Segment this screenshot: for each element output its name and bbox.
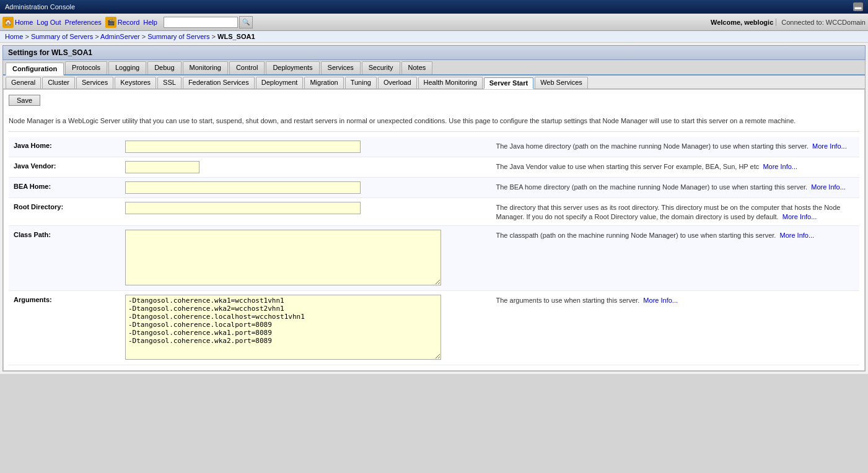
titlebar-left: Administration Console [5,3,75,11]
topnav-right: Welcome, weblogic Connected to: WCCDomai… [711,19,866,26]
java-home-more-link[interactable]: More Info... [812,142,847,150]
breadcrumb-summary-servers-2[interactable]: Summary of Servers [147,33,209,40]
root-directory-more-link[interactable]: More Info... [783,213,817,220]
java-vendor-input-area [125,161,484,173]
arguments-more-link[interactable]: More Info... [643,297,678,304]
root-directory-desc: The directory that this server uses as i… [484,202,855,222]
class-path-row: Class Path: The classpath (path on the m… [9,226,859,291]
class-path-input-area [125,230,484,287]
top-navigation: 🏠 Home Log Out Preferences 🎬 Record Help… [0,14,868,31]
bea-home-input-area [125,181,484,194]
subtab-tuning[interactable]: Tuning [345,77,377,89]
home-link[interactable]: Home [15,19,33,26]
root-directory-row: Root Directory: The directory that this … [9,198,859,227]
close-icon[interactable]: ▬ [853,2,863,11]
search-input[interactable] [164,17,238,28]
arguments-desc: The arguments to use when starting this … [484,295,855,305]
save-button[interactable]: Save [9,95,40,106]
class-path-more-link[interactable]: More Info... [780,232,815,239]
subtab-overload[interactable]: Overload [378,77,417,89]
search-button[interactable]: 🔍 [239,16,253,28]
java-home-desc: The Java home directory (path on the mac… [484,141,855,151]
settings-title: Settings for WLS_SOA1 [8,48,92,57]
arguments-input-area: -Dtangosol.coherence.wka1=wcchost1vhn1 -… [125,295,484,361]
java-vendor-more-link[interactable]: More Info... [763,163,797,170]
topnav-links: 🏠 Home Log Out Preferences 🎬 Record Help… [2,16,253,28]
breadcrumb: Home > Summary of Servers > AdminServer … [0,31,868,43]
subtab-federation-services[interactable]: Federation Services [183,77,255,89]
subtab-general[interactable]: General [6,77,41,89]
subtab-ssl[interactable]: SSL [157,77,182,89]
java-home-input-area [125,141,484,153]
tab-protocols[interactable]: Protocols [65,61,107,74]
titlebar: Administration Console ▬ [0,0,868,14]
save-button-container: Save [9,95,859,111]
tab-notes[interactable]: Notes [401,61,433,74]
java-home-label: Java Home: [14,141,125,149]
java-home-row: Java Home: The Java home directory (path… [9,137,859,157]
help-link[interactable]: Help [143,19,157,26]
subtab-server-start[interactable]: Server Start [484,77,533,89]
tab-monitoring[interactable]: Monitoring [183,61,228,74]
record-link[interactable]: Record [118,19,139,26]
breadcrumb-summary-servers-1[interactable]: Summary of Servers [31,33,93,40]
subtab-health-monitoring[interactable]: Health Monitoring [418,77,483,89]
logout-link[interactable]: Log Out [37,19,61,26]
connected-text: Connected to: WCCDomain [776,19,866,26]
subtab-web-services[interactable]: Web Services [535,77,588,89]
bea-home-label: BEA Home: [14,181,125,190]
tab-logging[interactable]: Logging [108,61,146,74]
search-box: 🔍 [164,16,253,28]
subtab-services[interactable]: Services [76,77,113,89]
primary-tabs: Configuration Protocols Logging Debug Mo… [3,60,865,76]
java-vendor-input[interactable] [125,161,199,173]
tab-debug[interactable]: Debug [147,61,181,74]
secondary-tabs: General Cluster Services Keystores SSL F… [3,76,865,89]
tab-container: Configuration Protocols Logging Debug Mo… [2,60,866,371]
settings-header: Settings for WLS_SOA1 [2,45,866,60]
subtab-keystores[interactable]: Keystores [115,77,156,89]
arguments-row: Arguments: -Dtangosol.coherence.wka1=wcc… [9,291,859,365]
subtab-cluster[interactable]: Cluster [42,77,75,89]
bea-home-desc: The BEA home directory (path on the mach… [484,181,855,192]
tab-deployments[interactable]: Deployments [266,61,319,74]
arguments-textarea[interactable]: -Dtangosol.coherence.wka1=wcchost1vhn1 -… [125,295,441,360]
record-icon: 🎬 [105,17,116,28]
tab-security[interactable]: Security [362,61,400,74]
java-vendor-label: Java Vendor: [14,161,125,170]
breadcrumb-home[interactable]: Home [5,33,23,40]
titlebar-title: Administration Console [5,3,75,11]
arguments-label: Arguments: [14,295,125,303]
java-vendor-desc: The Java Vendor value to use when starti… [484,161,855,171]
bea-home-more-link[interactable]: More Info... [811,183,846,191]
class-path-desc: The classpath (path on the machine runni… [484,230,855,240]
home-icon: 🏠 [2,17,14,28]
tab-control[interactable]: Control [229,61,265,74]
preferences-link[interactable]: Preferences [64,19,101,26]
tab-services[interactable]: Services [321,61,361,74]
java-home-input[interactable] [125,141,361,153]
breadcrumb-current: WLS_SOA1 [217,33,255,40]
subtab-migration[interactable]: Migration [304,77,343,89]
root-directory-input-area [125,202,484,214]
bea-home-input[interactable] [125,181,361,194]
class-path-label: Class Path: [14,230,125,238]
description-text: Node Manager is a WebLogic Server utilit… [9,116,859,132]
welcome-text: Welcome, weblogic [711,19,773,26]
tab-configuration[interactable]: Configuration [6,63,64,76]
class-path-textarea[interactable] [125,230,441,285]
root-directory-input[interactable] [125,202,361,214]
subtab-deployment[interactable]: Deployment [256,77,304,89]
bea-home-row: BEA Home: The BEA home directory (path o… [9,178,859,198]
main-area: Settings for WLS_SOA1 Configuration Prot… [0,43,868,374]
root-directory-label: Root Directory: [14,202,125,210]
breadcrumb-adminserver[interactable]: AdminServer [100,33,140,40]
java-vendor-row: Java Vendor: The Java Vendor value to us… [9,157,859,178]
content-area: Save Node Manager is a WebLogic Server u… [3,89,865,371]
